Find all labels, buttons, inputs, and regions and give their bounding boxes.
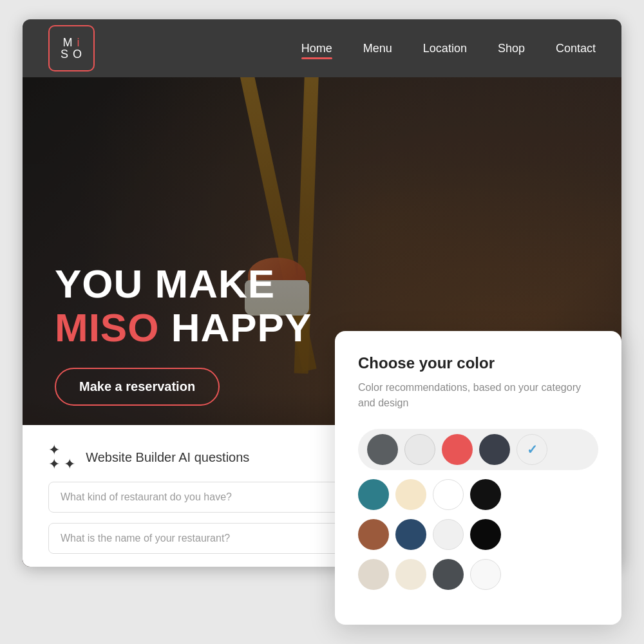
hero-title: YOU MAKE MISO HAPPY: [55, 262, 312, 350]
swatch-selected[interactable]: [516, 434, 547, 465]
swatch-off-white[interactable]: [470, 559, 501, 590]
swatch-black-2[interactable]: [470, 519, 501, 550]
nav-home[interactable]: Home: [301, 42, 332, 55]
hero-title-line2: MISO HAPPY: [55, 306, 312, 350]
nav-links: Home Menu Location Shop Contact: [301, 42, 596, 55]
nav-menu[interactable]: Menu: [363, 42, 392, 55]
nav-shop[interactable]: Shop: [498, 42, 525, 55]
swatch-brown[interactable]: [358, 519, 389, 550]
swatch-dark-gray[interactable]: [367, 434, 398, 465]
color-row-selected: [358, 429, 598, 470]
swatch-cream[interactable]: [395, 479, 426, 510]
color-row-4: [358, 559, 598, 590]
swatch-light-gray-2[interactable]: [433, 519, 464, 550]
color-panel-description: Color recommendations, based on your cat…: [358, 380, 598, 411]
swatch-black[interactable]: [470, 479, 501, 510]
hero-content: YOU MAKE MISO HAPPY Make a reservation: [55, 262, 312, 406]
color-row-3: [358, 519, 598, 550]
swatch-light-gray[interactable]: [404, 434, 435, 465]
logo-s: S: [61, 48, 69, 60]
navbar: M i S O Home Menu Location Shop Contact: [23, 19, 621, 77]
swatch-pale-cream[interactable]: [395, 559, 426, 590]
logo-m: M: [63, 37, 73, 48]
color-row-2: [358, 479, 598, 510]
swatch-dark-navy[interactable]: [479, 434, 510, 465]
sparkle-icon: ✦✦ ✦: [48, 443, 75, 471]
hero-title-rest: HAPPY: [159, 305, 312, 350]
color-panel-title: Choose your color: [358, 354, 598, 372]
swatch-medium-gray[interactable]: [433, 559, 464, 590]
ai-header-label: Website Builder AI questions: [86, 450, 249, 465]
nav-location[interactable]: Location: [423, 42, 467, 55]
logo-o: O: [73, 48, 82, 60]
swatch-red[interactable]: [442, 434, 473, 465]
logo-i: i: [77, 37, 80, 48]
swatch-navy[interactable]: [395, 519, 426, 550]
color-picker-panel: Choose your color Color recommendations,…: [335, 331, 621, 625]
logo[interactable]: M i S O: [48, 25, 95, 71]
reservation-button[interactable]: Make a reservation: [55, 368, 220, 406]
hero-title-line1: YOU MAKE: [55, 262, 312, 306]
swatch-pale-gray[interactable]: [358, 559, 389, 590]
hero-title-accent: MISO: [55, 305, 159, 350]
swatch-white[interactable]: [433, 479, 464, 510]
swatch-teal[interactable]: [358, 479, 389, 510]
nav-contact[interactable]: Contact: [556, 42, 596, 55]
